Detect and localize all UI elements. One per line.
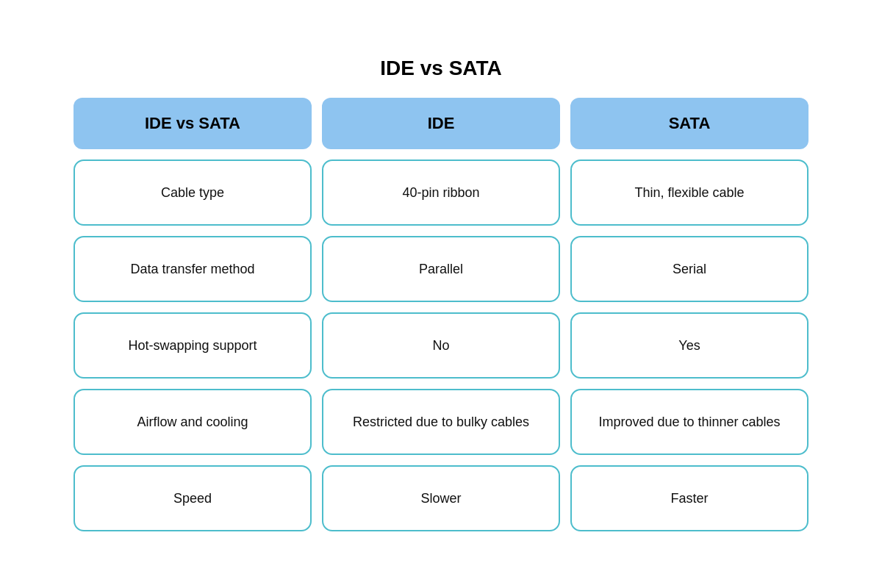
main-container: IDE vs SATA IDE vs SATA IDE SATA Cable t… <box>74 57 808 531</box>
cell-airflow-sata: Improved due to thinner cables <box>570 389 808 455</box>
cell-hot-swapping-sata: Yes <box>570 312 808 379</box>
cell-airflow-ide: Restricted due to bulky cables <box>322 389 560 455</box>
column-header-1: IDE vs SATA <box>74 98 312 149</box>
comparison-table: IDE vs SATA IDE SATA Cable type 40-pin r… <box>74 98 808 531</box>
cell-speed-ide: Slower <box>322 465 560 531</box>
cell-speed-sata: Faster <box>570 465 808 531</box>
cell-hot-swapping-label: Hot-swapping support <box>74 312 312 379</box>
cell-cable-type-ide: 40-pin ribbon <box>322 159 560 226</box>
page-title: IDE vs SATA <box>380 57 501 80</box>
column-header-3: SATA <box>570 98 808 149</box>
table-grid: IDE vs SATA IDE SATA Cable type 40-pin r… <box>74 98 808 531</box>
cell-cable-type-label: Cable type <box>74 159 312 226</box>
cell-data-transfer-ide: Parallel <box>322 236 560 302</box>
cell-hot-swapping-ide: No <box>322 312 560 379</box>
cell-data-transfer-label: Data transfer method <box>74 236 312 302</box>
cell-cable-type-sata: Thin, flexible cable <box>570 159 808 226</box>
column-header-2: IDE <box>322 98 560 149</box>
cell-speed-label: Speed <box>74 465 312 531</box>
cell-data-transfer-sata: Serial <box>570 236 808 302</box>
cell-airflow-label: Airflow and cooling <box>74 389 312 455</box>
